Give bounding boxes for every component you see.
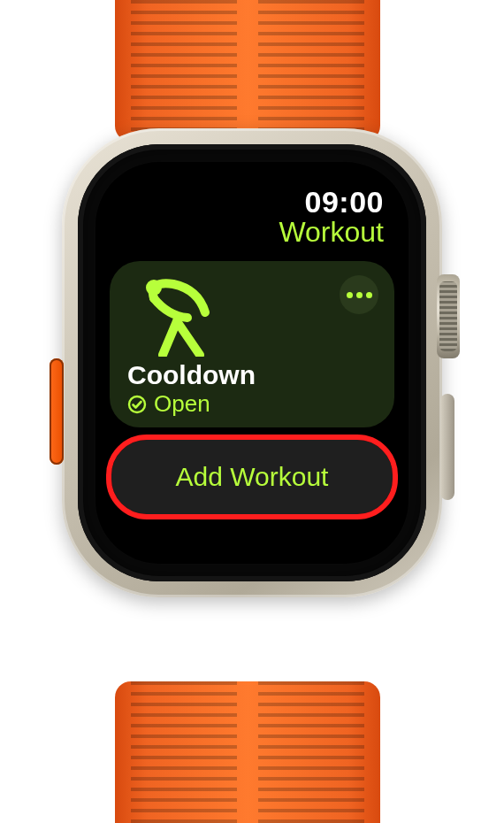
add-workout-label: Add Workout xyxy=(176,462,329,492)
more-options-button[interactable] xyxy=(340,275,378,314)
workout-card-cooldown[interactable]: Cooldown Open xyxy=(110,261,394,427)
more-ellipsis-icon xyxy=(347,292,353,298)
watch-case: 09:00 Workout xyxy=(62,128,442,597)
app-title: Workout xyxy=(95,216,384,249)
cooldown-stretch-icon xyxy=(127,275,225,357)
watch-bezel: 09:00 Workout xyxy=(78,144,426,581)
status-time: 09:00 xyxy=(95,185,384,219)
watch-band-bottom xyxy=(115,681,380,823)
side-button[interactable] xyxy=(440,394,454,500)
watch-screen: 09:00 Workout xyxy=(95,162,409,564)
add-workout-row: Add Workout xyxy=(111,440,393,514)
device-frame: 09:00 Workout xyxy=(0,0,504,823)
workout-goal-label: Open xyxy=(154,390,210,418)
watch-band-top xyxy=(115,0,380,142)
digital-crown[interactable] xyxy=(437,274,460,358)
checkmark-circle-icon xyxy=(127,395,147,414)
workout-name: Cooldown xyxy=(127,360,377,390)
workout-goal: Open xyxy=(127,390,377,418)
status-bar: 09:00 Workout xyxy=(95,162,409,249)
action-button[interactable] xyxy=(50,358,64,465)
add-workout-button[interactable]: Add Workout xyxy=(111,440,393,514)
